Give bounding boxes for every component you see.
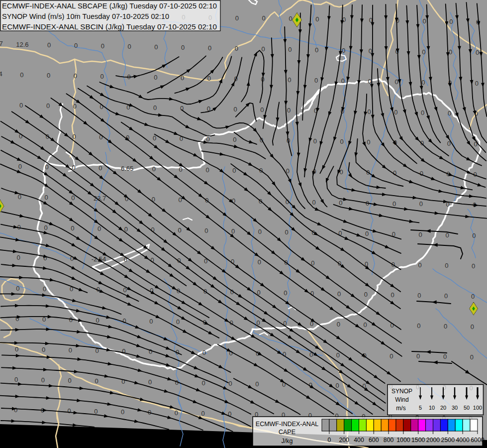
svg-text:0: 0 xyxy=(47,41,51,49)
svg-text:0: 0 xyxy=(68,377,72,384)
svg-text:0: 0 xyxy=(364,321,367,329)
svg-text:0: 0 xyxy=(74,72,77,80)
svg-text:0: 0 xyxy=(46,102,50,110)
svg-text:0: 0 xyxy=(336,382,339,389)
svg-text:0: 0 xyxy=(95,377,98,385)
svg-text:0: 0 xyxy=(342,47,345,54)
svg-text:0: 0 xyxy=(233,106,237,113)
svg-text:0: 0 xyxy=(178,226,181,234)
svg-text:0: 0 xyxy=(419,200,423,208)
svg-text:0: 0 xyxy=(367,138,370,146)
svg-text:CAPE: CAPE xyxy=(279,429,295,436)
svg-text:0: 0 xyxy=(73,103,77,110)
svg-text:0: 0 xyxy=(16,254,20,261)
svg-text:0: 0 xyxy=(417,322,420,330)
svg-text:0: 0 xyxy=(208,44,211,52)
svg-text:0: 0 xyxy=(127,43,131,50)
svg-text:0: 0 xyxy=(368,78,372,85)
svg-text:0: 0 xyxy=(202,379,205,387)
svg-text:200: 200 xyxy=(339,437,349,444)
svg-text:0: 0 xyxy=(175,409,178,417)
svg-text:0: 0 xyxy=(339,199,342,207)
svg-text:0: 0 xyxy=(14,376,18,383)
svg-text:0: 0 xyxy=(421,109,424,116)
svg-text:0: 0 xyxy=(394,109,397,116)
svg-text:0: 0 xyxy=(233,136,236,143)
svg-text:0: 0 xyxy=(262,14,266,22)
svg-text:0: 0 xyxy=(18,163,22,170)
svg-text:0: 0 xyxy=(67,407,71,415)
svg-text:0: 0 xyxy=(337,290,341,298)
svg-text:0: 0 xyxy=(449,48,452,56)
svg-text:0: 0 xyxy=(390,352,393,360)
svg-text:0: 0 xyxy=(45,163,49,171)
svg-text:0: 0 xyxy=(312,199,315,206)
svg-text:0: 0 xyxy=(121,408,124,416)
svg-text:0: 0 xyxy=(287,107,291,114)
svg-text:100: 100 xyxy=(473,405,482,411)
svg-text:0: 0 xyxy=(179,166,183,173)
svg-text:1000: 1000 xyxy=(396,437,410,444)
svg-text:12.6: 12.6 xyxy=(16,41,28,48)
svg-text:SYNOP: SYNOP xyxy=(391,388,412,395)
svg-text:0: 0 xyxy=(470,353,474,361)
svg-text:m/s: m/s xyxy=(396,405,405,412)
svg-text:0: 0 xyxy=(258,258,261,266)
svg-text:0: 0 xyxy=(44,224,47,231)
svg-text:4: 4 xyxy=(0,70,2,78)
svg-text:0: 0 xyxy=(153,104,157,112)
svg-text:SYNOP Wind (m/s) 10m Tuesday 0: SYNOP Wind (m/s) 10m Tuesday 07-10-2025 … xyxy=(2,12,169,20)
svg-text:0: 0 xyxy=(101,42,104,50)
svg-text:0: 0 xyxy=(416,352,420,360)
svg-text:0: 0 xyxy=(315,15,319,23)
svg-text:0: 0 xyxy=(44,194,48,201)
svg-text:0: 0 xyxy=(418,261,421,269)
svg-text:0: 0 xyxy=(149,348,152,355)
svg-text:0: 0 xyxy=(419,231,422,238)
svg-text:0: 0 xyxy=(16,285,19,292)
svg-text:0: 0 xyxy=(449,18,453,25)
svg-text:0: 0 xyxy=(235,14,239,22)
svg-text:6000: 6000 xyxy=(471,437,485,444)
svg-text:0: 0 xyxy=(422,48,425,56)
svg-text:0: 0 xyxy=(205,166,209,174)
svg-text:0: 0 xyxy=(204,227,208,234)
svg-text:0: 0 xyxy=(96,317,99,324)
svg-text:0: 0 xyxy=(258,228,262,235)
svg-text:0: 0 xyxy=(154,43,158,51)
svg-text:0: 0 xyxy=(443,353,447,360)
svg-text:0: 0 xyxy=(444,323,447,330)
svg-text:20: 20 xyxy=(440,405,446,411)
svg-text:0: 0 xyxy=(472,232,476,239)
svg-text:0: 0 xyxy=(289,15,292,22)
svg-text:0: 0 xyxy=(14,406,17,414)
svg-text:0: 0 xyxy=(337,321,340,328)
svg-text:0: 0 xyxy=(471,293,475,300)
svg-text:0: 0 xyxy=(178,196,182,204)
svg-text:0: 0 xyxy=(47,72,50,79)
svg-text:0: 0 xyxy=(472,262,475,270)
svg-text:0: 0 xyxy=(41,376,45,384)
svg-text:6.65: 6.65 xyxy=(121,165,133,172)
svg-text:2500: 2500 xyxy=(441,437,455,444)
svg-text:0: 0 xyxy=(394,78,398,86)
svg-text:0: 0 xyxy=(148,378,152,386)
svg-text:0: 0 xyxy=(260,106,264,113)
svg-text:0: 0 xyxy=(71,224,74,232)
svg-text:0: 0 xyxy=(421,79,425,86)
svg-text:0: 0 xyxy=(122,347,125,355)
svg-text:0: 0 xyxy=(43,285,46,293)
svg-text:0: 0 xyxy=(315,46,318,54)
svg-text:0: 0 xyxy=(206,135,209,143)
svg-text:0: 0 xyxy=(390,291,394,299)
svg-text:0: 0 xyxy=(176,318,180,326)
svg-text:0: 0 xyxy=(97,225,101,232)
svg-text:30: 30 xyxy=(452,405,458,411)
svg-text:0: 0 xyxy=(98,164,102,172)
svg-text:0: 0 xyxy=(327,437,331,444)
svg-text:0: 0 xyxy=(367,108,371,115)
svg-text:Wind: Wind xyxy=(395,396,408,403)
svg-text:0: 0 xyxy=(417,292,421,299)
svg-text:0: 0 xyxy=(202,349,206,356)
svg-text:0: 0 xyxy=(15,345,18,353)
